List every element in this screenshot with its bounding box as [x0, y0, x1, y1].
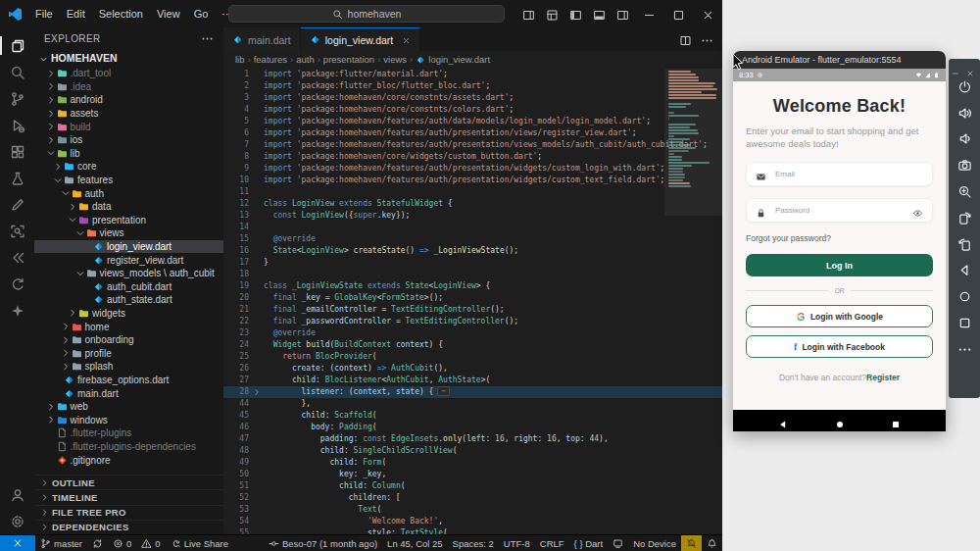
tree-item-onboarding[interactable]: onboarding	[34, 333, 223, 347]
code-line-46[interactable]: 46 body: Padding(	[223, 422, 722, 433]
tree-item-splash[interactable]: splash	[34, 360, 223, 374]
status-spaces-2[interactable]: Spaces: 2	[448, 535, 499, 551]
activity-searchbox-icon[interactable]	[0, 218, 34, 244]
status-live-share[interactable]: Live Share	[166, 535, 233, 551]
code-line-2[interactable]: 2import 'package:flutter_bloc/flutter_bl…	[223, 80, 722, 92]
breadcrumb-item[interactable]: auth	[296, 54, 315, 65]
breadcrumb-item[interactable]: login_view.dart	[428, 54, 490, 65]
code-line-24[interactable]: 24 Widget build(BuildContext context) {	[223, 339, 722, 351]
code-line-9[interactable]: 9import 'package:homehaven/features/auth…	[223, 163, 722, 175]
code-line-54[interactable]: 54 'Welcome Back!',	[223, 516, 722, 527]
tree-item-presentation[interactable]: presentation	[34, 214, 223, 227]
tree-item-windows[interactable]: windows	[34, 413, 223, 426]
tree-item-android[interactable]: android	[34, 93, 223, 107]
status-crlf[interactable]: CRLF	[535, 535, 569, 551]
code-line-12[interactable]: 12class LoginView extends StatefulWidget…	[223, 198, 722, 210]
activity-ext-icon[interactable]	[0, 138, 34, 165]
folded-code-pill[interactable]: ⋯	[437, 386, 449, 396]
activity-redo-icon[interactable]	[0, 271, 34, 297]
email-field[interactable]: Email	[746, 162, 933, 186]
code-line-11[interactable]: 11	[223, 186, 722, 198]
maximize-button[interactable]	[663, 0, 693, 27]
toggle-sidebar-icon[interactable]	[564, 0, 587, 27]
forgot-password-link[interactable]: Forgot your password?	[746, 233, 933, 243]
emulator-zoom-in-icon[interactable]	[956, 184, 972, 200]
password-field[interactable]: Password	[746, 198, 933, 223]
google-login-button[interactable]: Login with Google	[746, 305, 933, 327]
section-outline[interactable]: OUTLINE	[34, 475, 223, 489]
minimap[interactable]	[668, 71, 719, 188]
activity-explorer-icon[interactable]	[0, 32, 34, 59]
code-line-28[interactable]: 28 listener: (context, state) {⋯	[223, 386, 722, 398]
menu-edit[interactable]: Edit	[60, 5, 92, 24]
code-line-45[interactable]: 45 child: Scaffold(	[223, 410, 722, 422]
facebook-login-button[interactable]: f Login with Facebook	[746, 335, 933, 358]
activity-sparkle-icon[interactable]	[0, 297, 34, 324]
activity-account-icon[interactable]	[0, 481, 34, 508]
code-line-26[interactable]: 26 create: (context) => AuthCubit(),	[223, 363, 722, 375]
explorer-more-actions-icon[interactable]	[201, 32, 214, 45]
status-ln-45-col-25[interactable]: Ln 45, Col 25	[382, 535, 448, 551]
code-line-5[interactable]: 5import 'package:homehaven/features/auth…	[223, 116, 722, 127]
tree-item-.flutter-plugins[interactable]: .flutter-plugins	[34, 426, 223, 440]
emulator-close-icon[interactable]	[966, 64, 974, 72]
menu-selection[interactable]: Selection	[92, 5, 150, 24]
tree-item-login_view.dart[interactable]: login_view.dart	[34, 240, 223, 254]
code-line-16[interactable]: 16 State<LoginView> createState() => _Lo…	[223, 245, 722, 257]
status-sync[interactable]	[87, 535, 108, 551]
breadcrumb-item[interactable]: views	[383, 54, 407, 65]
workspace-root[interactable]: HOMEHAVEN	[34, 49, 223, 67]
activity-gear-icon[interactable]	[0, 508, 34, 534]
close-button[interactable]	[693, 0, 722, 27]
code-line-44[interactable]: 44 },	[223, 398, 722, 410]
status-server[interactable]	[608, 535, 628, 551]
tree-item-features[interactable]: features	[34, 174, 223, 187]
emulator-volume-up-icon[interactable]	[956, 105, 972, 121]
section-dependencies[interactable]: DEPENDENCIES	[34, 520, 223, 534]
section-timeline[interactable]: TIMELINE	[34, 489, 223, 504]
tree-item-build[interactable]: build	[34, 120, 223, 133]
code-line-19[interactable]: 19class _LoginViewState extends State<Lo…	[223, 280, 722, 292]
status-master[interactable]: master	[35, 535, 87, 551]
breadcrumb[interactable]: lib›features›auth›presentation›views›log…	[223, 51, 722, 68]
tree-item-ios[interactable]: ios	[34, 133, 223, 147]
editor-layout-icon[interactable]	[516, 0, 540, 27]
code-line-3[interactable]: 3import 'package:homehaven/core/constnts…	[223, 92, 722, 104]
eye-icon[interactable]	[912, 205, 923, 216]
tab-main.dart[interactable]: main.dart	[223, 27, 301, 51]
activity-branch-icon[interactable]	[0, 85, 34, 112]
emulator-overview-icon[interactable]	[956, 315, 972, 330]
code-line-18[interactable]: 18	[223, 269, 722, 280]
emulator-rotate-right-icon[interactable]	[956, 236, 972, 252]
emulator-power-icon[interactable]	[956, 78, 972, 94]
register-link[interactable]: Register	[866, 373, 900, 382]
emulator-camera-icon[interactable]	[956, 158, 972, 174]
tree-item-.flutter-plugins-dependencies[interactable]: .flutter-plugins-dependencies	[34, 440, 223, 454]
tree-item-web[interactable]: web	[34, 400, 223, 414]
status-utf-8[interactable]: UTF-8	[499, 535, 535, 551]
tree-item-.gitignore[interactable]: .gitignore	[34, 453, 223, 467]
close-tab-icon[interactable]	[402, 35, 411, 44]
status-bell[interactable]	[702, 535, 722, 551]
code-line-48[interactable]: 48 child: SingleChildScrollView(	[223, 445, 722, 457]
tree-item-assets[interactable]: assets	[34, 107, 223, 121]
tree-item-.idea[interactable]: .idea	[34, 80, 223, 94]
code-line-20[interactable]: 20 final _key = GlobalKey<FormState>();	[223, 292, 722, 304]
code-line-17[interactable]: 17}	[223, 257, 722, 269]
emulator-rotate-left-icon[interactable]	[956, 210, 972, 225]
breadcrumb-item[interactable]: features	[254, 54, 287, 65]
code-line-50[interactable]: 50 key: _key,	[223, 469, 722, 480]
tree-item-.dart_tool[interactable]: .dart_tool	[34, 67, 223, 80]
activity-beaker-icon[interactable]	[0, 165, 34, 191]
code-line-8[interactable]: 8import 'package:homehaven/core/widgets/…	[223, 151, 722, 163]
code-line-27[interactable]: 27 child: BlocListener<AuthCubit, AuthSt…	[223, 375, 722, 386]
code-line-1[interactable]: 1import 'package:flutter/material.dart';	[223, 69, 722, 80]
code-line-10[interactable]: 10import 'package:homehaven/features/aut…	[223, 175, 722, 186]
code-line-52[interactable]: 52 children: [	[223, 492, 722, 504]
code-editor[interactable]: 1import 'package:flutter/material.dart';…	[223, 68, 722, 534]
tree-item-home[interactable]: home	[34, 320, 223, 333]
command-center-search[interactable]: homehaven	[228, 5, 505, 23]
minimize-button[interactable]	[634, 0, 663, 27]
menu-go[interactable]: Go	[187, 5, 216, 24]
toggle-panel-icon[interactable]	[587, 0, 611, 27]
